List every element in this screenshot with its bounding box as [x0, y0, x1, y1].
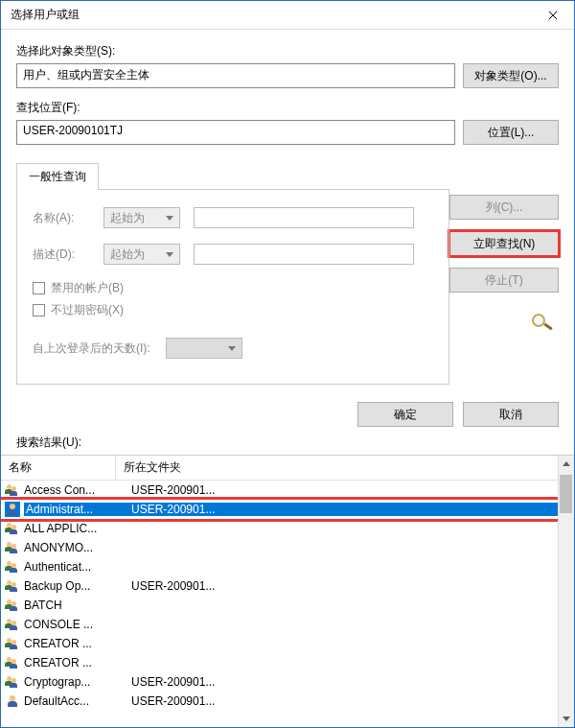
row-name: ALL APPLIC...	[24, 522, 131, 535]
row-folder: USER-200901...	[131, 675, 570, 689]
row-name: DefaultAcc...	[24, 694, 131, 708]
table-row[interactable]: CREATOR ...	[1, 653, 574, 672]
group-icon	[5, 559, 20, 575]
tab-panel: 名称(A): 起始为 描述(D): 起始为 禁用的帐户(B)	[16, 190, 449, 385]
window-title: 选择用户或组	[1, 7, 80, 23]
group-icon	[5, 636, 20, 651]
scroll-up-icon	[563, 461, 570, 466]
description-label: 描述(D):	[33, 247, 90, 263]
dialog-window: 选择用户或组 选择此对象类型(S): 用户、组或内置安全主体 对象类型(O)..…	[0, 0, 575, 728]
user-icon	[5, 502, 20, 517]
description-input[interactable]	[194, 244, 414, 265]
group-icon	[5, 521, 20, 536]
results-list[interactable]: 名称 所在文件夹 Access Con...USER-200901...Admi…	[1, 455, 574, 727]
row-name: BATCH	[24, 599, 131, 612]
description-match-combo[interactable]: 起始为	[104, 244, 180, 265]
row-folder: USER-200901...	[131, 483, 570, 497]
non-expiring-password-checkbox[interactable]	[33, 304, 45, 317]
results-label: 搜索结果(U):	[1, 434, 574, 455]
footer-buttons: 确定 取消	[1, 388, 574, 434]
table-row[interactable]: Backup Op...USER-200901...	[1, 576, 574, 596]
row-name: Backup Op...	[24, 579, 131, 593]
row-name: CREATOR ...	[24, 656, 131, 669]
titlebar: 选择用户或组	[1, 1, 574, 30]
object-types-button[interactable]: 对象类型(O)...	[463, 63, 559, 88]
row-name: Cryptograp...	[24, 675, 131, 689]
non-expiring-password-label: 不过期密码(X)	[51, 302, 124, 318]
table-row[interactable]: Access Con...USER-200901...	[1, 481, 574, 500]
days-since-logon-label: 自上次登录后的天数(I):	[33, 341, 150, 357]
stop-button[interactable]: 停止(T)	[449, 268, 559, 293]
cancel-button[interactable]: 取消	[463, 402, 559, 427]
close-icon	[548, 11, 558, 20]
find-now-button[interactable]: 立即查找(N)	[449, 231, 559, 256]
table-row[interactable]: BATCH	[1, 596, 574, 615]
table-row[interactable]: CREATOR ...	[1, 634, 574, 653]
group-icon	[5, 482, 20, 498]
row-folder: USER-200901...	[131, 579, 570, 593]
table-row[interactable]: CONSOLE ...	[1, 615, 574, 634]
object-type-label: 选择此对象类型(S):	[16, 43, 559, 59]
scroll-thumb[interactable]	[560, 475, 572, 513]
name-match-combo[interactable]: 起始为	[104, 207, 180, 228]
name-label: 名称(A):	[33, 210, 90, 226]
disabled-accounts-label: 禁用的帐户(B)	[51, 280, 124, 296]
magnifier-icon	[528, 312, 559, 335]
ok-button[interactable]: 确定	[357, 402, 453, 427]
col-header-folder[interactable]: 所在文件夹	[116, 456, 574, 480]
table-row[interactable]: Cryptograp...USER-200901...	[1, 672, 574, 692]
tabstrip: 一般性查询	[16, 162, 449, 190]
table-row[interactable]: ANONYMO...	[1, 538, 574, 557]
row-folder: USER-200901...	[131, 694, 570, 708]
location-field[interactable]: USER-20090101TJ	[16, 120, 455, 145]
row-name: Authenticat...	[24, 560, 131, 574]
group-icon	[5, 598, 20, 613]
table-row[interactable]: Administrat...USER-200901...	[1, 500, 574, 519]
scrollbar[interactable]	[558, 456, 574, 727]
disabled-accounts-checkbox[interactable]	[33, 282, 45, 294]
row-name: Administrat...	[24, 503, 131, 516]
row-name: Access Con...	[24, 483, 131, 497]
close-button[interactable]	[531, 1, 574, 30]
row-name: CREATOR ...	[24, 637, 131, 650]
row-folder: USER-200901...	[131, 503, 570, 516]
name-input[interactable]	[194, 207, 414, 228]
col-header-name[interactable]: 名称	[1, 456, 116, 480]
content-area: 选择此对象类型(S): 用户、组或内置安全主体 对象类型(O)... 查找位置(…	[1, 30, 574, 388]
days-since-logon-combo[interactable]	[166, 338, 242, 359]
row-name: ANONYMO...	[24, 541, 131, 554]
locations-button[interactable]: 位置(L)...	[463, 120, 559, 145]
group-icon	[5, 578, 20, 594]
results-header: 名称 所在文件夹	[1, 456, 574, 481]
scroll-down-icon	[563, 716, 570, 721]
group-icon	[5, 655, 20, 670]
tab-general-query[interactable]: 一般性查询	[16, 163, 99, 190]
group-icon	[5, 540, 20, 555]
table-row[interactable]: ALL APPLIC...	[1, 519, 574, 538]
table-row[interactable]: DefaultAcc...USER-200901...	[1, 692, 574, 711]
location-label: 查找位置(F):	[16, 100, 559, 116]
row-name: CONSOLE ...	[24, 618, 131, 631]
table-row[interactable]: Authenticat...	[1, 557, 574, 576]
group-icon	[5, 617, 20, 632]
group-icon	[5, 674, 20, 690]
columns-button[interactable]: 列(C)...	[449, 195, 559, 220]
object-type-field[interactable]: 用户、组或内置安全主体	[16, 63, 455, 88]
user-icon	[5, 693, 20, 709]
